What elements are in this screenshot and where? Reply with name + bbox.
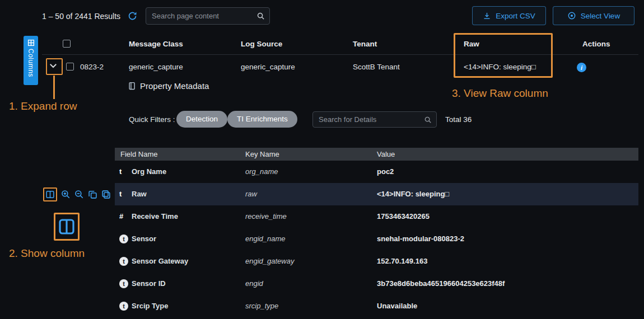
column-header-message-class[interactable]: Message Class (129, 40, 183, 48)
detail-field-name: Srcip Type (132, 295, 169, 317)
detail-field-name: Receive Time (132, 205, 178, 228)
detail-row[interactable]: tSensor Gatewayengid_gateway152.70.149.1… (115, 250, 638, 273)
refresh-icon[interactable] (128, 11, 137, 23)
row-tenant: ScottB Tenant (353, 63, 400, 71)
detail-table-header: Field Name Key Name Value (115, 148, 638, 161)
columns-button[interactable]: Columns (24, 36, 38, 85)
detail-row[interactable]: tOrg Nameorg_namepoc2 (115, 161, 638, 183)
detail-header-key-name: Key Name (245, 148, 279, 161)
detail-field-name: Sensor ID (132, 273, 166, 295)
column-header-raw[interactable]: Raw (464, 40, 479, 48)
detail-value: snehal-modular-080823-2 (377, 228, 464, 250)
column-header-actions: Actions (582, 40, 610, 48)
copy-icon[interactable] (88, 190, 97, 199)
details-search-box (312, 111, 437, 128)
detail-key-name: srcip_type (245, 295, 278, 317)
detail-value: 3b73e8d6beba465196604253e623f48f (377, 273, 505, 295)
detail-value: Unavailable (377, 295, 417, 317)
show-column-icon-large[interactable] (58, 217, 76, 236)
text-type-icon: t (119, 279, 128, 288)
expand-row-chevron[interactable] (48, 60, 58, 71)
quick-filters-label: Quick Filters : (129, 115, 175, 124)
filter-detection[interactable]: Detection (176, 111, 227, 128)
duplicate-icon[interactable] (101, 190, 111, 199)
detail-key-name: engid_gateway (245, 250, 294, 273)
number-type-icon: # (119, 205, 123, 228)
text-type-icon: t (119, 234, 128, 243)
detail-value: <14>INFO: sleeping□ (377, 183, 449, 205)
text-type-icon: t (119, 257, 128, 266)
eye-icon (567, 11, 576, 20)
row-checkbox[interactable] (66, 63, 74, 71)
zoom-out-icon[interactable] (74, 189, 84, 199)
total-count: Total 36 (445, 115, 472, 124)
detail-row[interactable]: tRawraw<14>INFO: sleeping□ (115, 183, 638, 205)
detail-field-name: Org Name (132, 161, 166, 183)
text-type-icon: t (119, 302, 128, 311)
results-count: 1 – 50 of 2441 Results (42, 12, 120, 21)
detail-key-name: engid_name (245, 228, 286, 250)
row-raw-value: <14>INFO: sleeping□ (464, 63, 536, 71)
show-column-icon[interactable] (45, 190, 55, 199)
detail-row[interactable]: tSensor IDengid3b73e8d6beba465196604253e… (115, 273, 638, 295)
detail-row[interactable]: tSrcip Typesrcip_typeUnavailable (115, 295, 638, 317)
column-header-tenant[interactable]: Tenant (353, 40, 377, 48)
detail-key-name: org_name (245, 161, 278, 183)
detail-value: poc2 (377, 161, 394, 183)
select-all-checkbox[interactable] (63, 40, 71, 48)
log-viewer-page: 1 – 50 of 2441 Results Export CSV Select… (0, 0, 644, 319)
detail-field-name: Sensor (132, 228, 156, 250)
column-header-log-source[interactable]: Log Source (241, 40, 282, 48)
detail-header-value: Value (377, 148, 395, 161)
text-type-icon: t (119, 161, 122, 183)
detail-field-name: Sensor Gateway (132, 250, 188, 273)
detail-value: 152.70.149.163 (377, 250, 427, 273)
export-csv-button[interactable]: Export CSV (472, 6, 546, 25)
zoom-in-icon[interactable] (60, 189, 71, 199)
detail-row[interactable]: #Receive Timereceive_time1753463420265 (115, 205, 638, 228)
search-icon (424, 116, 436, 124)
search-icon (256, 12, 269, 20)
columns-grid-icon (27, 39, 35, 46)
annotation-view-raw-label: 3. View Raw column (452, 87, 548, 100)
text-type-icon: t (119, 183, 122, 205)
annotation-expand-row-label: 1. Expand row (9, 100, 77, 112)
page-search-input[interactable] (146, 12, 256, 20)
detail-rows-list: tOrg Nameorg_namepoc2tRawraw<14>INFO: sl… (115, 161, 638, 317)
row-id: 0823-2 (80, 63, 104, 71)
row-message-class: generic_capture (129, 63, 183, 71)
select-view-button[interactable]: Select View (553, 6, 634, 25)
filter-ti-enrichments[interactable]: TI Enrichments (227, 111, 297, 128)
row-info-icon[interactable]: i (577, 63, 586, 72)
expanded-panel-title: Property Metadata (140, 81, 209, 91)
select-view-label: Select View (581, 12, 620, 20)
detail-key-name: engid (245, 273, 263, 295)
detail-row[interactable]: tSensorengid_namesnehal-modular-080823-2 (115, 228, 638, 250)
page-search-box (146, 7, 270, 25)
annotation-show-column-label: 2. Show column (9, 247, 85, 260)
detail-header-field-name: Field Name (120, 148, 157, 161)
download-icon (483, 12, 491, 20)
detail-value: 1753463420265 (377, 205, 430, 228)
details-search-input[interactable] (313, 115, 424, 124)
detail-field-name: Raw (132, 183, 147, 205)
detail-key-name: raw (245, 183, 257, 205)
export-csv-label: Export CSV (496, 12, 535, 20)
columns-button-label: Columns (27, 49, 35, 77)
detail-key-name: receive_time (245, 205, 287, 228)
row-log-source: generic_capture (241, 63, 295, 71)
book-icon (128, 82, 136, 90)
annotation-expand-row-line (53, 76, 55, 99)
header-divider (42, 54, 638, 55)
